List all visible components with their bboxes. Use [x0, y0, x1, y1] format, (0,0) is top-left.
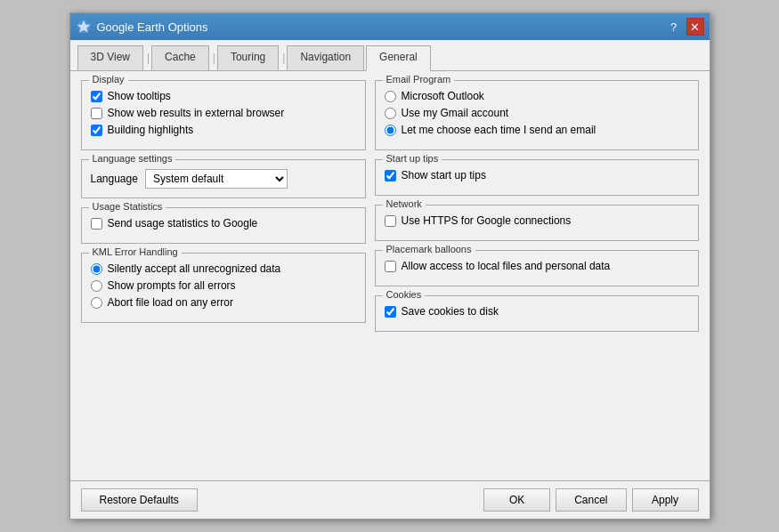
allow-local-files-row: Allow access to local files and personal… [385, 260, 689, 272]
title-bar-left: Google Earth Options [76, 19, 208, 35]
show-web-results-checkbox[interactable] [91, 108, 102, 119]
help-button[interactable]: ? [665, 18, 683, 36]
allow-local-files-label[interactable]: Allow access to local files and personal… [402, 260, 611, 272]
placemark-balloons-group-content: Allow access to local files and personal… [385, 260, 689, 272]
use-https-checkbox[interactable] [385, 215, 396, 227]
network-group: Network Use HTTPS for Google connections [375, 205, 699, 241]
show-prompts-row: Show prompts for all errors [91, 279, 356, 292]
gmail-account-radio[interactable] [385, 108, 396, 119]
placemark-balloons-group: Placemark balloons Allow access to local… [375, 250, 699, 286]
app-icon [76, 19, 92, 35]
tab-sep-2: | [211, 45, 217, 70]
language-group-label: Language settings [89, 153, 176, 164]
language-group-content: Language System default English French G… [91, 169, 356, 189]
language-group: Language settings Language System defaul… [81, 159, 366, 198]
send-usage-stats-row: Send usage statistics to Google [91, 217, 356, 230]
cookies-group: Cookies Save cookies to disk [375, 295, 699, 332]
left-column: Display Show tooltips Show web results i… [81, 80, 366, 341]
title-bar-buttons: ? ✕ [665, 18, 704, 36]
language-select[interactable]: System default English French German Spa… [145, 169, 288, 189]
email-program-group-label: Email Program [383, 74, 455, 85]
network-group-content: Use HTTPS for Google connections [385, 214, 689, 227]
email-program-group-content: Microsoft Outlook Use my Gmail account L… [385, 90, 689, 136]
send-usage-stats-label[interactable]: Send usage statistics to Google [108, 217, 258, 230]
dialog-title: Google Earth Options [97, 20, 208, 34]
bottom-bar: Restore Defaults OK Cancel Apply [70, 480, 710, 519]
ok-button[interactable]: OK [483, 488, 550, 512]
placemark-balloons-group-label: Placemark balloons [383, 244, 475, 254]
startup-tips-group: Start up tips Show start up tips [375, 159, 699, 196]
show-startup-tips-label[interactable]: Show start up tips [402, 169, 486, 181]
show-tooltips-checkbox[interactable] [91, 91, 102, 102]
right-column: Email Program Microsoft Outlook Use my G… [375, 80, 699, 341]
silently-accept-label[interactable]: Silently accept all unrecognized data [108, 262, 281, 275]
tab-bar: 3D View | Cache | Touring | Navigation G… [70, 40, 710, 71]
tab-cache[interactable]: Cache [151, 45, 209, 70]
save-cookies-checkbox[interactable] [385, 306, 396, 318]
language-label: Language [91, 173, 138, 185]
cancel-button[interactable]: Cancel [556, 488, 626, 512]
bottom-right-buttons: OK Cancel Apply [483, 488, 698, 512]
kml-error-handling-group: KML Error Handling Silently accept all u… [81, 253, 366, 323]
title-bar: Google Earth Options ? ✕ [70, 13, 710, 40]
kml-error-group-content: Silently accept all unrecognized data Sh… [91, 262, 356, 309]
use-https-row: Use HTTPS for Google connections [385, 214, 689, 227]
tab-touring[interactable]: Touring [217, 45, 279, 70]
network-group-label: Network [383, 198, 426, 209]
cookies-group-content: Save cookies to disk [385, 305, 689, 318]
microsoft-outlook-radio[interactable] [385, 91, 396, 102]
show-startup-tips-checkbox[interactable] [385, 170, 396, 181]
building-highlights-checkbox[interactable] [91, 125, 102, 136]
content-area: Display Show tooltips Show web results i… [70, 71, 710, 480]
let-me-choose-radio[interactable] [385, 125, 396, 136]
tab-general[interactable]: General [366, 45, 431, 71]
tab-sep-1: | [145, 45, 151, 70]
show-tooltips-row: Show tooltips [91, 90, 356, 102]
send-usage-stats-checkbox[interactable] [91, 218, 102, 230]
startup-tips-group-content: Show start up tips [385, 169, 689, 181]
show-startup-tips-row: Show start up tips [385, 169, 689, 181]
apply-button[interactable]: Apply [632, 488, 699, 512]
abort-file-load-label[interactable]: Abort file load on any error [108, 296, 233, 309]
language-row: Language System default English French G… [91, 169, 356, 189]
microsoft-outlook-row: Microsoft Outlook [385, 90, 689, 102]
let-me-choose-label[interactable]: Let me choose each time I send an email [402, 124, 596, 136]
save-cookies-label[interactable]: Save cookies to disk [402, 305, 499, 318]
usage-statistics-group-label: Usage Statistics [89, 201, 166, 212]
options-dialog: Google Earth Options ? ✕ 3D View | Cache… [69, 12, 710, 520]
show-web-results-label[interactable]: Show web results in external browser [108, 107, 285, 119]
usage-statistics-group-content: Send usage statistics to Google [91, 217, 356, 230]
allow-local-files-checkbox[interactable] [385, 261, 396, 272]
show-prompts-label[interactable]: Show prompts for all errors [108, 279, 236, 292]
restore-defaults-button[interactable]: Restore Defaults [81, 488, 198, 512]
silently-accept-radio[interactable] [91, 263, 102, 275]
email-program-group: Email Program Microsoft Outlook Use my G… [375, 80, 699, 150]
let-me-choose-row: Let me choose each time I send an email [385, 124, 689, 136]
gmail-account-row: Use my Gmail account [385, 107, 689, 119]
show-web-results-row: Show web results in external browser [91, 107, 356, 119]
building-highlights-label[interactable]: Building highlights [108, 124, 194, 136]
tab-sep-3: | [280, 45, 287, 70]
abort-file-load-row: Abort file load on any error [91, 296, 356, 309]
display-group-content: Show tooltips Show web results in extern… [91, 90, 356, 136]
show-tooltips-label[interactable]: Show tooltips [108, 90, 171, 102]
kml-error-group-label: KML Error Handling [89, 246, 182, 257]
tab-3d-view[interactable]: 3D View [77, 45, 143, 70]
display-group-label: Display [89, 74, 128, 85]
close-button[interactable]: ✕ [686, 18, 704, 36]
tab-navigation[interactable]: Navigation [287, 45, 364, 70]
microsoft-outlook-label[interactable]: Microsoft Outlook [402, 90, 484, 102]
abort-file-load-radio[interactable] [91, 297, 102, 309]
cookies-group-label: Cookies [383, 289, 426, 300]
gmail-account-label[interactable]: Use my Gmail account [402, 107, 509, 119]
save-cookies-row: Save cookies to disk [385, 305, 689, 318]
show-prompts-radio[interactable] [91, 280, 102, 292]
use-https-label[interactable]: Use HTTPS for Google connections [402, 214, 572, 227]
building-highlights-row: Building highlights [91, 124, 356, 136]
startup-tips-group-label: Start up tips [383, 153, 442, 164]
silently-accept-row: Silently accept all unrecognized data [91, 262, 356, 275]
columns: Display Show tooltips Show web results i… [81, 80, 699, 341]
usage-statistics-group: Usage Statistics Send usage statistics t… [81, 207, 366, 244]
display-group: Display Show tooltips Show web results i… [81, 80, 366, 150]
